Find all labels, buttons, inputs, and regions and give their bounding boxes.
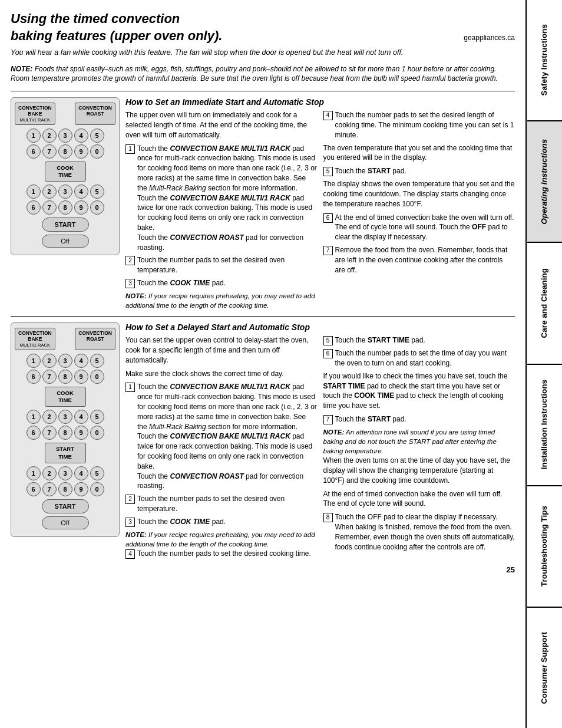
num-9c[interactable]: 9: [74, 370, 88, 384]
num-5b[interactable]: 5: [90, 185, 104, 199]
num-6[interactable]: 6: [27, 144, 41, 159]
num-9[interactable]: 9: [74, 144, 88, 159]
num-5[interactable]: 5: [90, 129, 104, 143]
num-row-5-top: 1 2 3 4 5: [15, 466, 115, 480]
num-6e[interactable]: 6: [27, 482, 41, 496]
num-7e[interactable]: 7: [42, 482, 57, 496]
num-6d[interactable]: 6: [27, 426, 41, 440]
step-num-2-5: 5: [323, 336, 333, 345]
sidebar-label-care: Care and Cleaning: [540, 268, 549, 338]
section1-col-left: The upper oven will turn on immediately …: [125, 110, 318, 310]
num-1d[interactable]: 1: [27, 410, 41, 424]
sidebar-troubleshooting: Troubleshooting Tips: [527, 486, 562, 608]
num-0c[interactable]: 0: [90, 370, 104, 384]
num-4[interactable]: 4: [74, 129, 88, 143]
off-btn-2[interactable]: Off: [42, 516, 89, 529]
num-5d[interactable]: 5: [90, 410, 104, 424]
num-3e[interactable]: 3: [58, 466, 72, 480]
convection-roast-btn-2[interactable]: CONVECTION ROAST: [75, 328, 115, 350]
step2-2: 2 Touch the number pads to set the desir…: [125, 494, 318, 514]
num-8b[interactable]: 8: [58, 200, 72, 215]
num-2d[interactable]: 2: [42, 410, 57, 424]
num-9d[interactable]: 9: [74, 426, 88, 440]
sidebar-label-consumer: Consumer Support: [540, 632, 549, 704]
num-row-2-top: 1 2 3 4 5: [15, 185, 115, 199]
num-1b[interactable]: 1: [27, 185, 41, 199]
num-4c[interactable]: 4: [74, 354, 88, 368]
num-5c[interactable]: 5: [90, 354, 104, 368]
num-3d[interactable]: 3: [58, 410, 72, 424]
num-7[interactable]: 7: [42, 144, 57, 159]
section2-title: How to Set a Delayed Start and Automatic…: [125, 322, 515, 332]
num-4b[interactable]: 4: [74, 185, 88, 199]
step1-7: 7 Remove the food from the oven. Remembe…: [323, 245, 515, 275]
num-2e[interactable]: 2: [42, 466, 57, 480]
num-7b[interactable]: 7: [42, 200, 57, 215]
num-8[interactable]: 8: [58, 144, 72, 159]
start-btn-1[interactable]: START: [42, 218, 89, 232]
num-9e[interactable]: 9: [74, 482, 88, 496]
num-6b[interactable]: 6: [27, 200, 41, 215]
num-row-4-top: 1 2 3 4 5: [15, 410, 115, 424]
start-btn-2[interactable]: START: [42, 499, 89, 513]
num-7d[interactable]: 7: [42, 426, 57, 440]
num-8c[interactable]: 8: [58, 370, 72, 384]
oven-panel-1: CONVECTION BAKE MULTI/1 RACK CONVECTION …: [11, 97, 120, 255]
step-num-1-3: 3: [125, 279, 135, 288]
off-btn-1[interactable]: Off: [42, 235, 89, 248]
num-row-3-top: 1 2 3 4 5: [15, 354, 115, 368]
intro-text: You will hear a fan while cooking with t…: [11, 48, 515, 58]
num-0[interactable]: 0: [90, 144, 104, 159]
step-num-1-2: 2: [125, 256, 135, 265]
num-3b[interactable]: 3: [58, 185, 72, 199]
website-url: geappliances.ca: [464, 34, 515, 42]
num-row-1-bottom: 6 7 8 9 0: [15, 144, 115, 159]
page-title: Using the timed convectionbaking feature…: [11, 11, 515, 44]
num-1e[interactable]: 1: [27, 466, 41, 480]
num-0d[interactable]: 0: [90, 426, 104, 440]
step2-7: 7 Touch the START pad.: [323, 414, 515, 424]
num-4e[interactable]: 4: [74, 466, 88, 480]
convection-bake-btn[interactable]: CONVECTION BAKE MULTI/1 RACK: [15, 103, 55, 124]
step-content-2-7: Touch the START pad.: [335, 414, 515, 424]
step-content-2-1: Touch the CONVECTION BAKE MULTI/1 RACK p…: [137, 382, 318, 491]
num-0e[interactable]: 0: [90, 482, 104, 496]
step-num-1-6: 6: [323, 213, 333, 223]
num-row-5-bottom: 6 7 8 9 0: [15, 482, 115, 496]
num-1c[interactable]: 1: [27, 354, 41, 368]
num-8d[interactable]: 8: [58, 426, 72, 440]
cook-time-btn-1[interactable]: COOKTIME: [45, 162, 86, 182]
num-3[interactable]: 3: [58, 129, 72, 143]
convection-bake-btn-2[interactable]: CONVECTION BAKE MULTI/1 RACK: [15, 328, 55, 350]
num-1[interactable]: 1: [27, 129, 41, 143]
section2-instructions: How to Set a Delayed Start and Automatic…: [125, 322, 515, 562]
step-content-2-2: Touch the number pads to set the desired…: [137, 494, 318, 514]
section-divider-2: [11, 316, 515, 317]
section2-para2: At the end of timed convection bake the …: [323, 489, 515, 509]
cook-time-btn-2[interactable]: COOKTIME: [45, 387, 86, 407]
sidebar-label-safety: Safety Instructions: [540, 24, 549, 96]
step-num-2-7: 7: [323, 415, 333, 424]
step-num-1-4: 4: [323, 111, 333, 120]
section1-intro: The upper oven will turn on immediately …: [125, 110, 318, 140]
num-2b[interactable]: 2: [42, 185, 57, 199]
num-6c[interactable]: 6: [27, 370, 41, 384]
step1-5: 5 Touch the START pad.: [323, 166, 515, 176]
num-8e[interactable]: 8: [58, 482, 72, 496]
num-4d[interactable]: 4: [74, 410, 88, 424]
section1-middle2: The display shows the oven temperature t…: [323, 179, 515, 209]
num-2[interactable]: 2: [42, 129, 57, 143]
convection-roast-btn[interactable]: CONVECTION ROAST: [75, 103, 115, 124]
num-7c[interactable]: 7: [42, 370, 57, 384]
sidebar-consumer: Consumer Support: [527, 608, 562, 728]
num-0b[interactable]: 0: [90, 200, 104, 215]
num-3c[interactable]: 3: [58, 354, 72, 368]
num-2c[interactable]: 2: [42, 354, 57, 368]
section2: CONVECTION BAKE MULTI/1 RACK CONVECTION …: [11, 322, 515, 562]
start-time-btn[interactable]: STARTTIME: [45, 443, 86, 463]
num-5e[interactable]: 5: [90, 466, 104, 480]
step-content-2-8: Touch the OFF pad to clear the display i…: [335, 512, 515, 552]
sidebar: Safety Instructions Operating Instructio…: [527, 0, 562, 728]
num-9b[interactable]: 9: [74, 200, 88, 215]
step-num-2-8: 8: [323, 513, 333, 522]
